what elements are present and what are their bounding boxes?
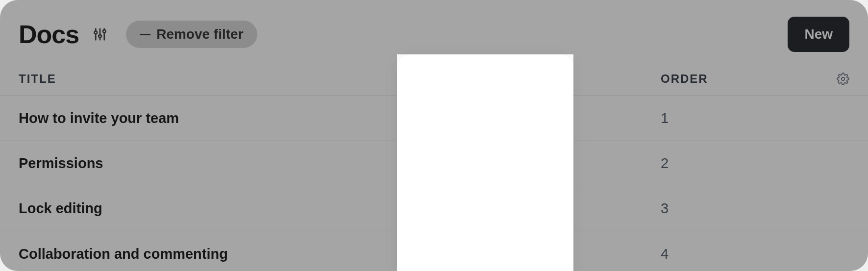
cell-title: How to invite your team <box>19 110 435 126</box>
table-row[interactable]: Permissions Collaboration 2 <box>0 141 868 186</box>
table-row[interactable]: Collaboration and commenting Collaborati… <box>0 231 868 271</box>
cell-title: Lock editing <box>19 200 435 217</box>
cell-order: 3 <box>661 200 820 217</box>
header: Docs Remove filter New <box>0 0 868 62</box>
cell-order: 1 <box>661 110 820 126</box>
remove-filter-label: Remove filter <box>156 26 243 42</box>
table-row[interactable]: How to invite your team Collaboration 1 <box>0 96 868 141</box>
col-header-title[interactable]: TITLE <box>19 72 435 86</box>
new-button-label: New <box>804 26 833 42</box>
page-title: Docs <box>19 20 79 49</box>
docs-panel: Docs Remove filter New TITLE SECTION ORD… <box>0 0 868 271</box>
cell-section: Collaboration <box>435 110 661 126</box>
cell-title: Collaboration and commenting <box>19 246 435 262</box>
new-button[interactable]: New <box>788 17 849 52</box>
svg-point-5 <box>103 30 106 33</box>
svg-point-6 <box>842 77 845 80</box>
remove-filter-pill[interactable]: Remove filter <box>126 21 257 48</box>
cell-section: Collaboration <box>435 246 661 262</box>
cell-section: Collaboration <box>435 155 661 172</box>
minus-icon <box>140 34 150 35</box>
sliders-icon[interactable] <box>93 27 107 42</box>
cell-order: 4 <box>661 246 820 262</box>
table-row[interactable]: Lock editing Collaboration 3 <box>0 186 868 231</box>
table-settings-button[interactable] <box>820 73 849 85</box>
cell-section: Collaboration <box>435 200 661 217</box>
cell-title: Permissions <box>19 155 435 172</box>
table-header-row: TITLE SECTION ORDER <box>0 62 868 96</box>
cell-order: 2 <box>661 155 820 172</box>
svg-point-3 <box>95 31 98 34</box>
col-header-section[interactable]: SECTION <box>435 72 661 86</box>
docs-table: TITLE SECTION ORDER How to invite your t… <box>0 62 868 271</box>
svg-point-4 <box>99 35 101 38</box>
col-header-order[interactable]: ORDER <box>661 72 820 86</box>
